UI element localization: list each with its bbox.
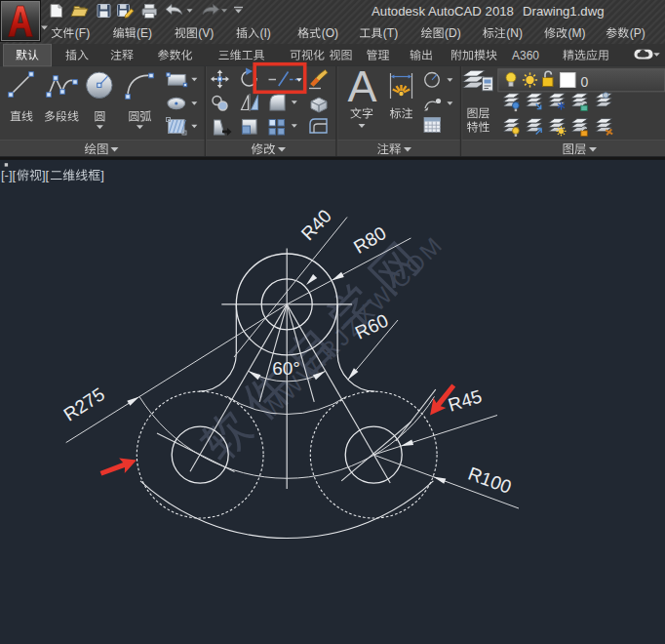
- svg-text:[-][: [-][: [1, 168, 17, 182]
- svg-text:]: ]: [100, 168, 104, 182]
- svg-text:(E): (E): [137, 26, 152, 40]
- svg-text:(I): (I): [259, 26, 270, 40]
- svg-text:60°: 60°: [272, 358, 300, 379]
- svg-text:Drawing1.dwg: Drawing1.dwg: [523, 4, 605, 19]
- svg-text:(F): (F): [75, 26, 90, 40]
- svg-text:(O): (O): [322, 26, 338, 40]
- svg-text:(P): (P): [630, 26, 645, 40]
- svg-text:0: 0: [581, 74, 589, 90]
- svg-text:(V): (V): [198, 26, 214, 40]
- svg-text:A360: A360: [512, 49, 539, 62]
- svg-text:(M): (M): [567, 26, 585, 40]
- svg-text:Autodesk AutoCAD 2018: Autodesk AutoCAD 2018: [372, 4, 514, 19]
- svg-text:(N): (N): [506, 26, 523, 40]
- svg-text:(D): (D): [445, 26, 461, 40]
- svg-text:][: ][: [42, 168, 50, 182]
- svg-text:(T): (T): [383, 26, 398, 40]
- svg-text:A: A: [348, 61, 377, 111]
